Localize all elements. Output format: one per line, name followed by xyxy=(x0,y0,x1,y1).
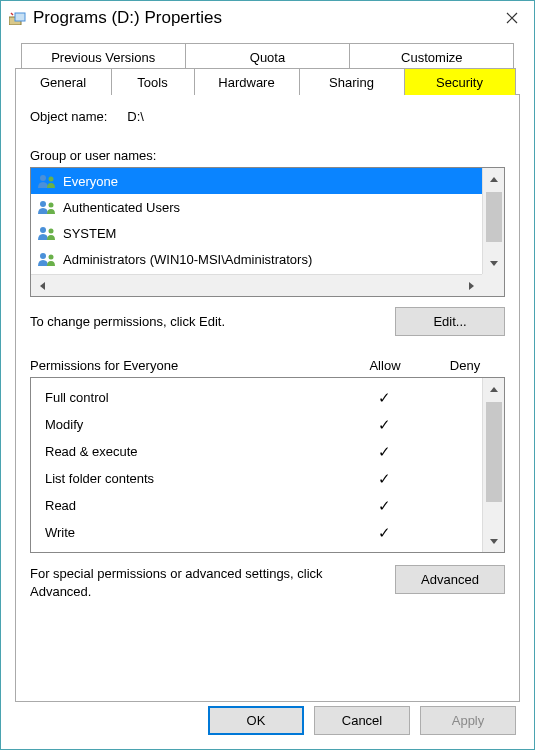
list-item-label: Everyone xyxy=(63,174,118,189)
scroll-down-icon[interactable] xyxy=(483,252,505,274)
permission-name: Modify xyxy=(45,417,344,432)
app-icon xyxy=(9,11,27,25)
ok-button[interactable]: OK xyxy=(208,706,304,735)
permissions-list[interactable]: Full control✓Modify✓Read & execute✓List … xyxy=(30,377,505,553)
edit-button[interactable]: Edit... xyxy=(395,307,505,336)
permission-name: Read xyxy=(45,498,344,513)
group-user-list[interactable]: EveryoneAuthenticated UsersSYSTEMAdminis… xyxy=(30,167,505,297)
tab-customize[interactable]: Customize xyxy=(349,43,514,70)
list-item[interactable]: Administrators (WIN10-MSI\Administrators… xyxy=(31,246,504,272)
permission-row: Read✓ xyxy=(45,492,504,519)
close-button[interactable] xyxy=(490,3,534,33)
vertical-scrollbar[interactable] xyxy=(482,168,504,274)
advanced-hint-text: For special permissions or advanced sett… xyxy=(30,565,385,601)
dialog-footer: OK Cancel Apply xyxy=(208,706,516,735)
tab-quota[interactable]: Quota xyxy=(185,43,350,70)
object-name-value: D:\ xyxy=(127,109,144,124)
permission-name: Write xyxy=(45,525,344,540)
apply-button[interactable]: Apply xyxy=(420,706,516,735)
tab-panel-security: Object name: D:\ Group or user names: Ev… xyxy=(15,94,520,702)
svg-point-5 xyxy=(49,203,54,208)
list-item[interactable]: Everyone xyxy=(31,168,504,194)
group-list-label: Group or user names: xyxy=(30,148,505,163)
svg-point-9 xyxy=(49,255,54,260)
svg-point-2 xyxy=(40,175,46,181)
list-item-label: Administrators (WIN10-MSI\Administrators… xyxy=(63,252,312,267)
svg-point-7 xyxy=(49,229,54,234)
permission-name: List folder contents xyxy=(45,471,344,486)
horizontal-scrollbar[interactable] xyxy=(31,274,482,296)
tab-sharing[interactable]: Sharing xyxy=(299,68,405,95)
scroll-up-icon[interactable] xyxy=(483,168,505,190)
permissions-header-label: Permissions for Everyone xyxy=(30,358,345,373)
tab-security[interactable]: Security xyxy=(404,68,516,95)
permission-row: Modify✓ xyxy=(45,411,504,438)
scroll-left-icon[interactable] xyxy=(31,275,53,297)
allow-check-icon: ✓ xyxy=(344,524,424,542)
svg-point-8 xyxy=(40,253,46,259)
advanced-button[interactable]: Advanced xyxy=(395,565,505,594)
tab-previous-versions[interactable]: Previous Versions xyxy=(21,43,186,70)
allow-check-icon: ✓ xyxy=(344,416,424,434)
scroll-thumb[interactable] xyxy=(486,402,502,502)
column-allow: Allow xyxy=(345,358,425,373)
users-icon xyxy=(35,250,59,268)
column-deny: Deny xyxy=(425,358,505,373)
scroll-up-icon[interactable] xyxy=(483,378,505,400)
edit-hint-text: To change permissions, click Edit. xyxy=(30,314,395,329)
list-item[interactable]: SYSTEM xyxy=(31,220,504,246)
svg-point-6 xyxy=(40,227,46,233)
window-title: Programs (D:) Properties xyxy=(33,8,490,28)
object-name-label: Object name: xyxy=(30,109,107,124)
vertical-scrollbar[interactable] xyxy=(482,378,504,552)
scroll-thumb[interactable] xyxy=(486,192,502,242)
permission-row: Full control✓ xyxy=(45,384,504,411)
permission-row: List folder contents✓ xyxy=(45,465,504,492)
cancel-button[interactable]: Cancel xyxy=(314,706,410,735)
scroll-down-icon[interactable] xyxy=(483,530,505,552)
tab-hardware[interactable]: Hardware xyxy=(194,68,300,95)
list-item-label: Authenticated Users xyxy=(63,200,180,215)
svg-point-4 xyxy=(40,201,46,207)
users-icon xyxy=(35,198,59,216)
list-item[interactable]: Authenticated Users xyxy=(31,194,504,220)
permission-name: Full control xyxy=(45,390,344,405)
allow-check-icon: ✓ xyxy=(344,497,424,515)
users-icon xyxy=(35,172,59,190)
allow-check-icon: ✓ xyxy=(344,389,424,407)
allow-check-icon: ✓ xyxy=(344,470,424,488)
scroll-right-icon[interactable] xyxy=(460,275,482,297)
tab-general[interactable]: General xyxy=(15,68,112,95)
tab-tools[interactable]: Tools xyxy=(111,68,195,95)
permission-name: Read & execute xyxy=(45,444,344,459)
permission-row: Read & execute✓ xyxy=(45,438,504,465)
list-item-label: SYSTEM xyxy=(63,226,116,241)
svg-point-3 xyxy=(49,177,54,182)
allow-check-icon: ✓ xyxy=(344,443,424,461)
title-bar: Programs (D:) Properties xyxy=(1,1,534,35)
svg-rect-1 xyxy=(15,13,25,21)
scroll-corner xyxy=(482,274,504,296)
tab-strip: Previous Versions Quota Customize Genera… xyxy=(15,43,520,95)
users-icon xyxy=(35,224,59,242)
permission-row: Write✓ xyxy=(45,519,504,546)
